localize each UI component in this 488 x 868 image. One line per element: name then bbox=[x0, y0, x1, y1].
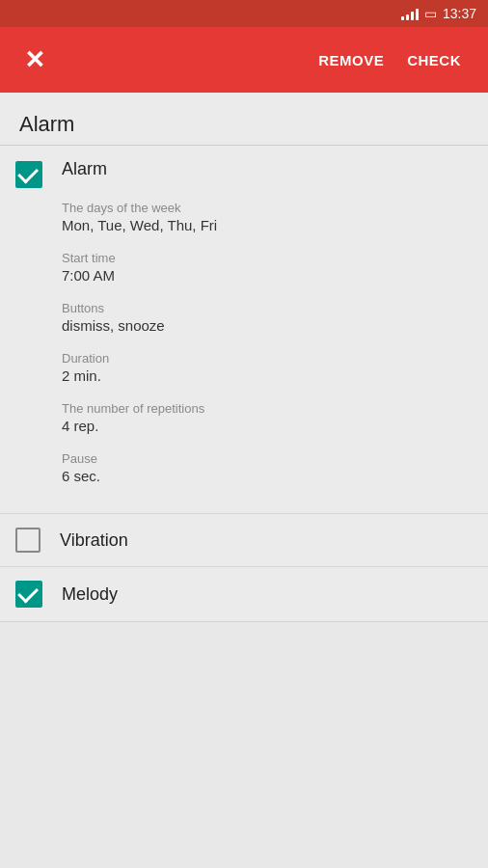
repetitions-row: The number of repetitions 4 rep. bbox=[62, 401, 453, 434]
buttons-label: Buttons bbox=[62, 301, 453, 315]
remove-button[interactable]: REMOVE bbox=[307, 44, 395, 76]
pause-value: 6 sec. bbox=[62, 468, 453, 484]
repetitions-value: 4 rep. bbox=[62, 418, 453, 434]
melody-label: Melody bbox=[62, 584, 118, 605]
alarm-details: The days of the week Mon, Tue, Wed, Thu,… bbox=[62, 189, 473, 505]
alarm-checkbox[interactable] bbox=[15, 161, 42, 188]
duration-label: Duration bbox=[62, 351, 453, 366]
melody-list-item[interactable]: Melody bbox=[0, 567, 488, 622]
status-time: 13:37 bbox=[443, 6, 476, 21]
duration-value: 2 min. bbox=[62, 367, 453, 384]
vibration-list-item[interactable]: Vibration bbox=[0, 514, 488, 567]
close-button[interactable]: ✕ bbox=[15, 41, 54, 79]
signal-icon bbox=[401, 7, 419, 20]
repetitions-label: The number of repetitions bbox=[62, 401, 453, 416]
days-label: The days of the week bbox=[62, 201, 453, 215]
buttons-value: dismiss, snooze bbox=[62, 317, 453, 334]
vibration-label: Vibration bbox=[60, 530, 128, 551]
status-bar: ▭ 13:37 bbox=[0, 0, 488, 27]
pause-label: Pause bbox=[62, 451, 453, 466]
duration-row: Duration 2 min. bbox=[62, 351, 453, 384]
check-button[interactable]: CHECK bbox=[395, 44, 473, 76]
main-content: Alarm Alarm The days of the week Mon, Tu… bbox=[0, 93, 488, 622]
buttons-row: Buttons dismiss, snooze bbox=[62, 301, 453, 334]
battery-icon: ▭ bbox=[424, 6, 437, 21]
start-time-value: 7:00 AM bbox=[62, 267, 453, 284]
melody-checkbox[interactable] bbox=[15, 581, 42, 608]
alarm-list-item[interactable]: Alarm The days of the week Mon, Tue, Wed… bbox=[0, 146, 488, 514]
alarm-label: Alarm bbox=[62, 159, 473, 179]
start-time-row: Start time 7:00 AM bbox=[62, 251, 453, 284]
pause-row: Pause 6 sec. bbox=[62, 451, 453, 484]
page-title: Alarm bbox=[0, 93, 488, 146]
days-row: The days of the week Mon, Tue, Wed, Thu,… bbox=[62, 201, 453, 233]
vibration-checkbox[interactable] bbox=[15, 528, 41, 553]
start-time-label: Start time bbox=[62, 251, 453, 265]
days-value: Mon, Tue, Wed, Thu, Fri bbox=[62, 217, 453, 233]
app-bar: ✕ REMOVE CHECK bbox=[0, 27, 488, 93]
